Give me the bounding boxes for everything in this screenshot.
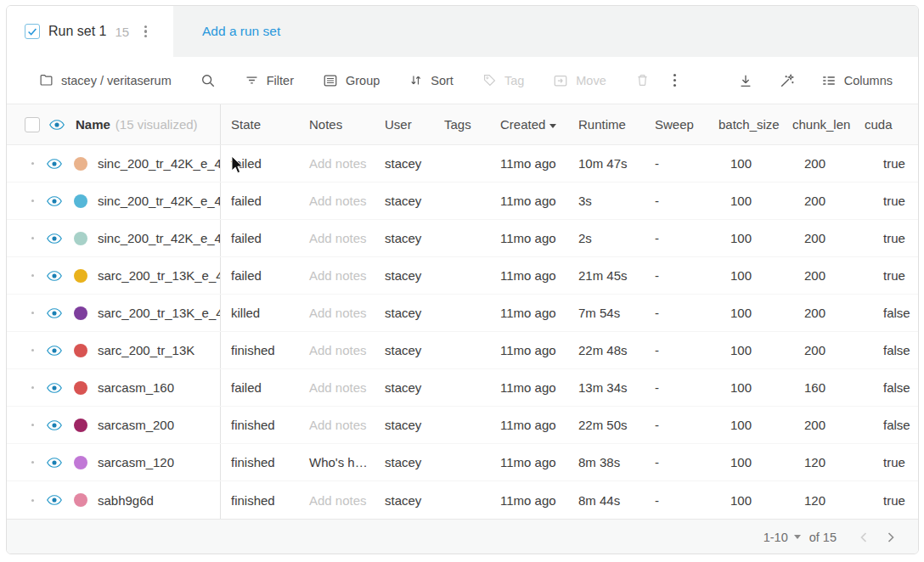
run-set-panel: Run set 1 15 Add a run set stacey / veri… (6, 5, 919, 554)
group-button[interactable]: Group (314, 68, 388, 93)
table-row[interactable]: sarc_200_tr_13K_e_4 failed Add notes sta… (7, 257, 918, 295)
run-batch-size: 100 (708, 343, 782, 357)
run-runtime: 21m 45s (568, 268, 645, 283)
run-runtime: 13m 34s (568, 380, 645, 395)
run-name[interactable]: sarcasm_200 (98, 418, 174, 432)
run-visibility-eye-icon[interactable] (47, 494, 62, 506)
table-row[interactable]: sinc_200_tr_42K_e_4 failed Add notes sta… (7, 220, 918, 257)
run-visibility-eye-icon[interactable] (47, 307, 62, 319)
run-name-cell: sarcasm_160 (7, 369, 221, 406)
table-row[interactable]: sarc_200_tr_13K_e_4 killed Add notes sta… (7, 295, 918, 332)
header-notes[interactable]: Notes (299, 117, 375, 132)
header-runtime[interactable]: Runtime (568, 117, 645, 132)
run-visibility-eye-icon[interactable] (47, 233, 62, 244)
run-name[interactable]: sarc_200_tr_13K_e_4 (98, 268, 220, 283)
header-name-label[interactable]: Name (76, 117, 110, 132)
next-page-button[interactable] (879, 528, 903, 547)
run-runtime: 8m 38s (568, 455, 645, 469)
sort-button[interactable]: Sort (400, 68, 462, 93)
header-state[interactable]: State (221, 117, 299, 132)
run-set-checkbox[interactable] (25, 24, 40, 39)
run-user: stacey (375, 156, 434, 171)
run-visibility-eye-icon[interactable] (47, 382, 62, 394)
header-sweep[interactable]: Sweep (645, 117, 708, 132)
page-size-caret-icon[interactable] (794, 535, 801, 539)
run-visibility-eye-icon[interactable] (47, 158, 62, 170)
table-row[interactable]: sinc_200_tr_42K_e_4 failed Add notes sta… (7, 183, 918, 220)
drag-handle-icon[interactable] (31, 386, 34, 389)
table-row[interactable]: sabh9g6d finished Add notes stacey 11mo … (7, 481, 918, 519)
drag-handle-icon[interactable] (31, 237, 34, 239)
run-name[interactable]: sarcasm_160 (98, 380, 174, 395)
run-name[interactable]: sabh9g6d (98, 493, 154, 508)
run-notes[interactable]: Add notes (299, 380, 375, 395)
run-chunk-len: 120 (782, 493, 854, 508)
header-created[interactable]: Created (490, 117, 568, 132)
run-notes[interactable]: Add notes (299, 306, 375, 320)
run-state: failed (221, 268, 299, 283)
select-all-checkbox[interactable] (25, 117, 40, 132)
run-notes[interactable]: Who's h… (299, 455, 375, 469)
run-name[interactable]: sarc_200_tr_13K_e_4 (98, 306, 220, 320)
export-button[interactable] (730, 68, 762, 93)
drag-handle-icon[interactable] (31, 200, 34, 202)
visibility-eye-icon[interactable] (49, 119, 65, 131)
project-name: stacey / veritaserum (61, 74, 172, 87)
run-cuda: true (854, 455, 918, 469)
add-run-set-button[interactable]: Add a run set (173, 6, 309, 57)
tag-button[interactable]: Tag (474, 68, 532, 93)
run-name[interactable]: sinc_200_tr_42K_e_4 (98, 194, 220, 208)
run-notes[interactable]: Add notes (299, 268, 375, 283)
search-button[interactable] (192, 68, 224, 93)
drag-handle-icon[interactable] (31, 162, 34, 165)
run-notes[interactable]: Add notes (299, 493, 375, 508)
drag-handle-icon[interactable] (31, 349, 34, 351)
run-notes[interactable]: Add notes (299, 194, 375, 208)
run-state: finished (221, 418, 299, 432)
run-chunk-len: 160 (782, 380, 854, 395)
drag-handle-icon[interactable] (31, 461, 34, 464)
drag-handle-icon[interactable] (31, 424, 34, 426)
drag-handle-icon[interactable] (31, 499, 34, 502)
header-tags[interactable]: Tags (434, 117, 490, 132)
run-notes[interactable]: Add notes (299, 418, 375, 432)
pagination-range[interactable]: 1-10 (763, 531, 788, 544)
prev-page-button[interactable] (852, 528, 876, 547)
run-name[interactable]: sarc_200_tr_13K (98, 343, 194, 357)
table-row[interactable]: sarcasm_120 finished Who's h… stacey 11m… (7, 444, 918, 481)
header-cuda[interactable]: cuda (854, 117, 918, 132)
columns-button[interactable]: Columns (813, 68, 901, 93)
header-chunk-len[interactable]: chunk_len (782, 117, 854, 132)
move-button[interactable]: Move (544, 68, 614, 93)
run-notes[interactable]: Add notes (299, 343, 375, 357)
more-actions-button[interactable] (658, 65, 691, 95)
project-selector[interactable]: stacey / veritaserum (31, 68, 180, 93)
header-name-cell: Name (15 visualized) (7, 104, 221, 144)
run-sweep: - (645, 231, 708, 245)
drag-handle-icon[interactable] (31, 312, 34, 314)
run-visibility-eye-icon[interactable] (47, 345, 62, 357)
run-visibility-eye-icon[interactable] (47, 270, 62, 282)
run-name[interactable]: sarcasm_120 (98, 455, 174, 469)
drag-handle-icon[interactable] (31, 274, 34, 277)
run-visibility-eye-icon[interactable] (47, 457, 62, 469)
tab-run-set-1[interactable]: Run set 1 15 (7, 6, 173, 57)
table-row[interactable]: sarcasm_160 failed Add notes stacey 11mo… (7, 369, 918, 407)
run-visibility-eye-icon[interactable] (47, 419, 62, 431)
run-name[interactable]: sinc_200_tr_42K_e_4 (98, 156, 220, 171)
table-row[interactable]: sarc_200_tr_13K finished Add notes stace… (7, 332, 918, 369)
delete-button[interactable] (627, 68, 658, 93)
run-notes[interactable]: Add notes (299, 156, 375, 171)
run-sweep: - (645, 194, 708, 208)
filter-button[interactable]: Filter (236, 68, 302, 93)
table-row[interactable]: sarcasm_200 finished Add notes stacey 11… (7, 407, 918, 444)
magic-button[interactable] (770, 67, 804, 94)
header-user[interactable]: User (375, 117, 434, 132)
run-name[interactable]: sinc_200_tr_42K_e_4 (98, 231, 220, 245)
run-notes[interactable]: Add notes (299, 231, 375, 245)
table-row[interactable]: sinc_200_tr_42K_e_4 failed Add notes sta… (7, 145, 918, 183)
header-batch-size[interactable]: batch_size (708, 117, 782, 132)
run-cuda: true (854, 268, 918, 283)
run-visibility-eye-icon[interactable] (47, 195, 62, 207)
run-set-menu-icon[interactable] (138, 22, 154, 42)
